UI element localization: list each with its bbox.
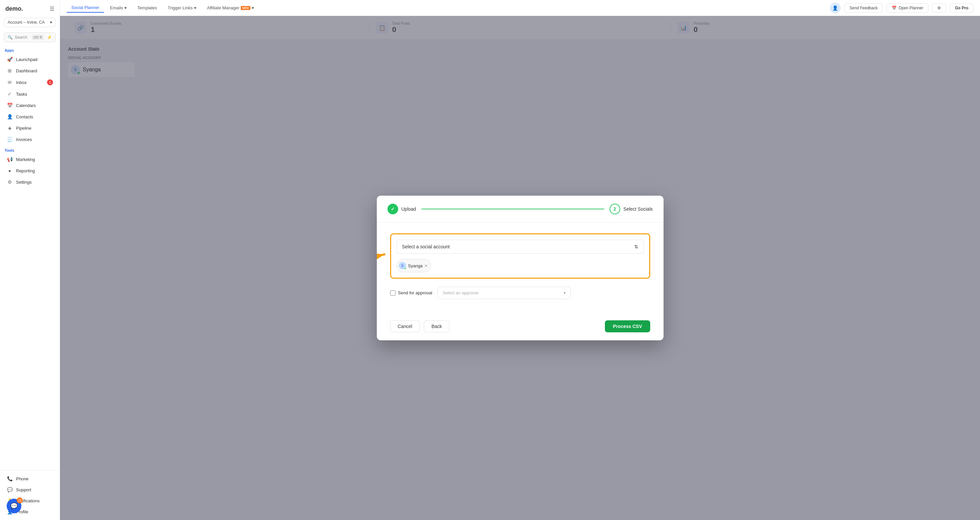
tab-affiliate-manager[interactable]: Affiliate Manager NEW ▾: [202, 3, 259, 12]
sidebar-item-dashboard[interactable]: ⊞ Dashboard: [2, 65, 58, 76]
tab-emails[interactable]: Emails ▾: [105, 3, 131, 12]
sidebar-item-label: Pipeline: [16, 126, 31, 131]
tag-online-dot: [404, 267, 406, 269]
tab-trigger-links[interactable]: Trigger Links ▾: [163, 3, 201, 12]
search-label: Search: [15, 35, 27, 40]
step-1: ✓ Upload: [387, 204, 416, 214]
arrow-annotation: [377, 236, 398, 269]
sidebar-item-marketing[interactable]: 📢 Marketing: [2, 154, 58, 165]
send-for-approval-checkbox-label[interactable]: Send for approval: [390, 290, 433, 296]
send-feedback-button[interactable]: Send Feedback: [845, 3, 883, 13]
chevron-up-down-icon: ⇅: [634, 244, 638, 249]
settings-gear-button[interactable]: ⚙: [932, 3, 946, 13]
send-for-approval-checkbox[interactable]: [390, 290, 396, 296]
back-button[interactable]: Back: [424, 320, 450, 332]
chevron-down-icon: ▾: [563, 290, 566, 295]
sidebar-item-support[interactable]: 💬 Support: [2, 484, 58, 495]
hamburger-icon[interactable]: ☰: [50, 6, 54, 12]
account-name: Account -- Irvine, CA: [8, 20, 45, 25]
selected-account-name: Syanga: [408, 263, 423, 268]
approver-placeholder: Select an approver: [442, 290, 479, 295]
sidebar-item-label: Settings: [16, 180, 32, 184]
calendar-icon: 📅: [892, 6, 897, 10]
sidebar-item-phone[interactable]: 📞 Phone: [2, 473, 58, 484]
top-navigation: Social Planner Emails ▾ Templates Trigge…: [60, 0, 980, 16]
sidebar-item-label: Dashboard: [16, 68, 37, 73]
tab-templates[interactable]: Templates: [133, 3, 162, 12]
sidebar-item-pipeline[interactable]: ◈ Pipeline: [2, 122, 58, 134]
account-selector[interactable]: Account -- Irvine, CA ▾: [4, 17, 56, 27]
step-2-circle: 2: [609, 204, 620, 214]
step-2: 2 Select Socials: [609, 204, 653, 214]
sidebar-item-label: Tasks: [16, 92, 27, 97]
phone-icon: 📞: [7, 476, 13, 481]
sidebar-item-label: Calendars: [16, 103, 36, 108]
footer-left-buttons: Cancel Back: [390, 320, 450, 332]
approver-selector[interactable]: Select an approver ▾: [438, 287, 571, 299]
apps-section-label: Apps: [0, 45, 60, 54]
sidebar-item-inbox[interactable]: ✉ Inbox 1: [2, 77, 58, 88]
sidebar-item-label: Support: [16, 487, 31, 492]
logo: demo.: [5, 5, 23, 12]
sidebar-item-reporting[interactable]: ● Reporting: [2, 165, 58, 176]
chevron-down-icon: ▾: [124, 5, 127, 10]
chevron-down-icon: ▾: [50, 20, 52, 25]
sidebar-item-label: Launchpad: [16, 57, 37, 62]
chevron-down-icon: ▾: [252, 5, 254, 10]
contacts-icon: 👤: [7, 114, 13, 119]
sidebar-item-contacts[interactable]: 👤 Contacts: [2, 111, 58, 122]
launchpad-icon: 🚀: [7, 57, 13, 62]
selected-tag-avatar: S: [399, 262, 406, 269]
calendars-icon: 📅: [7, 103, 13, 108]
modal-body: Select a social account ⇅ S Syanga ×: [377, 223, 663, 315]
settings-icon: ⚙: [7, 179, 13, 184]
sidebar-item-label: Inbox: [16, 80, 27, 85]
approval-label: Send for approval: [398, 290, 433, 295]
stepper: ✓ Upload 2 Select Socials: [377, 196, 663, 223]
cancel-button[interactable]: Cancel: [390, 320, 420, 332]
sidebar-item-settings[interactable]: ⚙ Settings: [2, 177, 58, 187]
dropdown-placeholder: Select a social account: [402, 244, 450, 249]
sidebar-item-invoices[interactable]: 🧾 Invoices: [2, 134, 58, 145]
process-csv-button[interactable]: Process CSV: [605, 320, 650, 332]
inbox-icon: ✉: [7, 80, 13, 85]
tab-social-planner[interactable]: Social Planner: [67, 3, 104, 13]
search-bar[interactable]: 🔍 Search ctrl K ⚡: [4, 32, 56, 42]
chat-icon: 💬: [10, 503, 18, 510]
step-1-circle: ✓: [387, 204, 398, 214]
sidebar-item-label: Reporting: [16, 169, 35, 173]
remove-tag-button[interactable]: ×: [425, 263, 428, 268]
support-icon: 💬: [7, 487, 13, 492]
tab-label: Templates: [137, 5, 157, 10]
notification-fab[interactable]: 💬 23: [7, 499, 21, 513]
button-label: Open Planner: [899, 6, 923, 10]
sidebar-item-tasks[interactable]: ✓ Tasks: [2, 89, 58, 99]
open-planner-button[interactable]: 📅 Open Planner: [887, 3, 928, 13]
modal-footer: Cancel Back Process CSV: [377, 315, 663, 340]
tools-section-label: Tools: [0, 145, 60, 154]
main-content: Social Planner Emails ▾ Templates Trigge…: [60, 0, 980, 520]
sidebar-item-launchpad[interactable]: 🚀 Launchpad: [2, 54, 58, 65]
social-account-selector-wrapper: Select a social account ⇅ S Syanga ×: [390, 233, 650, 279]
step-2-label: Select Socials: [624, 206, 653, 211]
yellow-arrow: [377, 236, 398, 269]
approval-row: Send for approval Select an approver ▾: [390, 287, 650, 299]
sidebar-item-calendars[interactable]: 📅 Calendars: [2, 100, 58, 111]
sidebar-item-label: Marketing: [16, 157, 35, 162]
step-connector: [422, 209, 604, 209]
pipeline-icon: ◈: [7, 125, 13, 131]
bolt-icon: ⚡: [47, 35, 52, 40]
reporting-icon: ●: [7, 168, 13, 173]
user-avatar[interactable]: 👤: [830, 3, 841, 13]
dashboard-icon: ⊞: [7, 68, 13, 73]
tasks-icon: ✓: [7, 91, 13, 97]
sidebar-item-label: Contacts: [16, 114, 33, 119]
go-pro-button[interactable]: Go Pro: [950, 3, 973, 13]
sidebar-item-label: Phone: [16, 476, 29, 481]
social-account-dropdown[interactable]: Select a social account ⇅: [396, 240, 644, 254]
marketing-icon: 📢: [7, 157, 13, 162]
sidebar: demo. ☰ Account -- Irvine, CA ▾ 🔍 Search…: [0, 0, 60, 520]
selected-account-tag: S Syanga ×: [396, 259, 431, 272]
tab-label: Affiliate Manager: [207, 5, 239, 10]
chevron-down-icon: ▾: [194, 5, 196, 10]
